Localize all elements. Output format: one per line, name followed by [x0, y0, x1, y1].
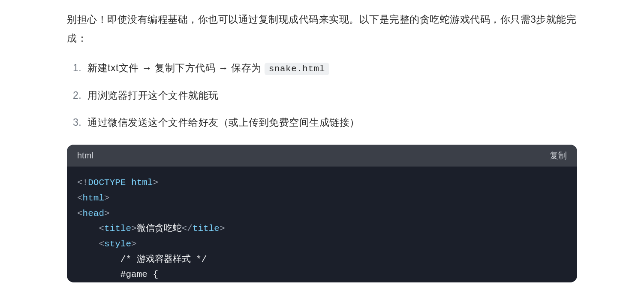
- code-block-body: <!DOCTYPE html> <html> <head> <title>微信贪…: [67, 167, 577, 282]
- code-token: >: [131, 224, 137, 233]
- code-token: >: [131, 239, 137, 249]
- code-token: title: [193, 224, 220, 233]
- code-token: head: [83, 209, 104, 218]
- code-token: <: [77, 193, 83, 203]
- code-token: style: [104, 239, 131, 249]
- code-block-header: html 复制: [67, 145, 577, 167]
- code-token: DOCTYPE html: [88, 178, 153, 188]
- article-content: 别担心！即使没有编程基础，你也可以通过复制现成代码来实现。以下是完整的贪吃蛇游戏…: [30, 0, 614, 282]
- code-token: <: [99, 224, 104, 233]
- code-token: #game {: [120, 270, 158, 279]
- code-token: 微信贪吃蛇: [137, 224, 182, 233]
- step-item-2: 用浏览器打开这个文件就能玩: [87, 87, 577, 104]
- intro-paragraph: 别担心！即使没有编程基础，你也可以通过复制现成代码来实现。以下是完整的贪吃蛇游戏…: [67, 10, 577, 48]
- code-token: >: [220, 224, 225, 233]
- steps-list: 新建txt文件 → 复制下方代码 → 保存为 snake.html 用浏览器打开…: [67, 60, 577, 131]
- step-1-text: 新建txt文件 → 复制下方代码 → 保存为: [87, 62, 265, 73]
- code-token: html: [83, 193, 104, 203]
- code-indent: [77, 239, 99, 249]
- code-indent: [77, 224, 99, 233]
- code-token: >: [104, 209, 110, 218]
- code-token: </: [182, 224, 193, 233]
- step-item-1: 新建txt文件 → 复制下方代码 → 保存为 snake.html: [87, 60, 577, 77]
- code-token: <: [77, 209, 83, 218]
- code-language-label: html: [77, 151, 93, 161]
- code-token: >: [153, 178, 158, 188]
- code-block: html 复制 <!DOCTYPE html> <html> <head> <t…: [67, 145, 577, 282]
- filename-code: snake.html: [265, 63, 329, 75]
- code-indent: [77, 255, 120, 264]
- code-indent: [77, 270, 120, 279]
- code-token: /* 游戏容器样式 */: [120, 255, 207, 264]
- code-token: <: [99, 239, 104, 249]
- step-item-3: 通过微信发送这个文件给好友（或上传到免费空间生成链接）: [87, 114, 577, 131]
- copy-button[interactable]: 复制: [550, 150, 567, 161]
- code-token: title: [104, 224, 131, 233]
- code-token: >: [104, 193, 110, 203]
- code-token: <!: [77, 178, 88, 188]
